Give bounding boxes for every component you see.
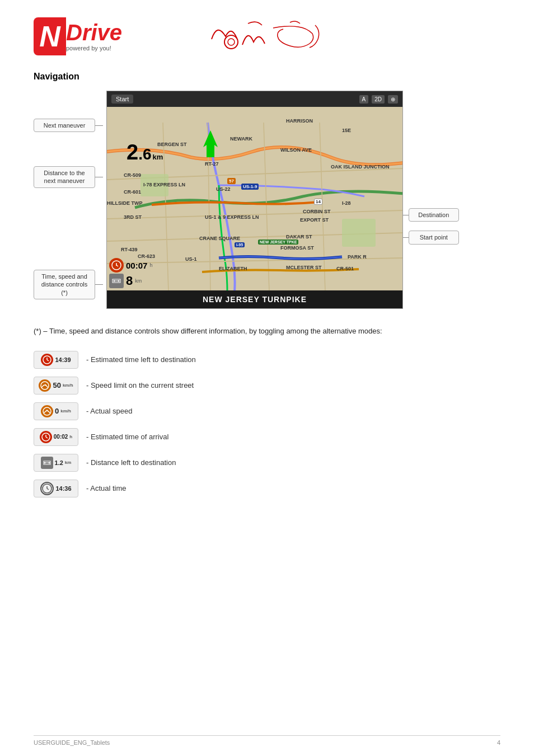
- start-point-annotation-row: Start point: [403, 231, 459, 244]
- label-us1: US-1: [185, 256, 197, 262]
- legend-desc-5: - Actual time: [86, 484, 127, 492]
- dist-control[interactable]: 8 km: [109, 274, 152, 288]
- distance-svg: [111, 276, 121, 286]
- svg-line-24: [47, 360, 49, 361]
- map-bookmark-icon[interactable]: A: [359, 95, 369, 104]
- shield-i95: I-95: [235, 242, 245, 247]
- shield-57: 57: [227, 178, 236, 184]
- svg-point-1: [228, 39, 235, 45]
- decorative-signature-svg: [200, 17, 324, 56]
- legend-item-actual-speed: 0 km/h - Actual speed: [34, 402, 500, 420]
- legend-actual-speed-unit: km/h: [60, 408, 71, 414]
- description-text: (*) – Time, speed and distance controls …: [34, 326, 500, 337]
- distance-decimal: .6: [138, 145, 151, 163]
- speed-icon-orange: [39, 379, 51, 392]
- connector-line-3: [95, 284, 103, 285]
- shield-us19: US-1-9: [241, 184, 259, 190]
- distance-number: 2: [127, 140, 138, 165]
- distance-maneuver-annotation: Distance to the next maneuver: [34, 166, 103, 188]
- svg-rect-12: [342, 219, 376, 247]
- right-annotations: Destination Start point: [403, 91, 459, 245]
- section-title: Navigation: [34, 72, 500, 82]
- clock-svg: [111, 260, 121, 270]
- label-rt439: RT-439: [121, 247, 138, 252]
- label-rt27: RT-27: [205, 161, 219, 167]
- label-mclester: MCLESTER ST: [286, 265, 322, 270]
- footer-guide-label: USERGUIDE_ENG_Tablets: [34, 739, 110, 746]
- label-dakar: DAKAR ST: [286, 234, 312, 240]
- legend-icon-est-arrival: 00:02 h: [34, 428, 78, 446]
- legend-desc-2: - Actual speed: [86, 407, 132, 415]
- label-15e: 15E: [342, 128, 351, 133]
- legend-arrival-text: 00:02: [54, 434, 68, 440]
- legend-icon-speed: 50 km/h: [34, 377, 78, 395]
- label-elizabeth: ELIZABETH: [219, 266, 247, 271]
- actual-speed-icon: [41, 405, 53, 417]
- svg-line-38: [47, 489, 49, 490]
- actual-time-icon: [40, 482, 54, 495]
- legend-dist-text: 1.2: [55, 459, 63, 466]
- map-start-button[interactable]: Start: [111, 95, 133, 104]
- time-speed-box: Time, speed and distance controls (*): [34, 270, 95, 299]
- map-area[interactable]: Start A 2D ⊕: [106, 91, 403, 309]
- connector-line-2: [95, 177, 103, 177]
- time-value: 00:07: [126, 261, 147, 270]
- label-us19-exp: US-1 & 9 EXPRESS LN: [205, 214, 259, 220]
- svg-point-17: [116, 265, 117, 266]
- svg-point-0: [224, 35, 238, 49]
- dist-unit: km: [135, 278, 142, 284]
- label-crane-sq: CRANE SQUARE: [199, 236, 240, 241]
- clock-icon-red: [41, 354, 53, 366]
- start-point-box: Start point: [409, 231, 459, 244]
- navigation-section: Next maneuver Distance to the next maneu…: [34, 91, 500, 309]
- svg-point-20: [114, 280, 115, 282]
- legend-desc-0: - Estimated time left to destination: [86, 355, 196, 364]
- destination-annotation-row: Destination: [403, 208, 459, 222]
- svg-point-34: [44, 462, 45, 463]
- time-control[interactable]: 00:07 h: [109, 258, 152, 273]
- map-topbar-right: A 2D ⊕: [359, 95, 398, 104]
- svg-line-31: [46, 437, 48, 438]
- legend-icon-dist-left: 1.2 km: [34, 454, 78, 472]
- page: N Drive powered by you! Navigation: [0, 0, 534, 756]
- map-bottom-banner: NEW JERSEY TURNPIKE: [107, 290, 402, 308]
- right-line-1: [403, 215, 409, 215]
- label-wilson-ave: WILSON AVE: [280, 147, 312, 153]
- footer: USERGUIDE_ENG_Tablets 4: [34, 735, 500, 746]
- logo: N Drive powered by you!: [34, 17, 122, 55]
- connector-line-1: [95, 125, 103, 126]
- map-2d-button[interactable]: 2D: [372, 95, 385, 104]
- legend-item-actual-time: 14:36 - Actual time: [34, 480, 500, 497]
- legend-speed-text: 50: [53, 381, 60, 389]
- legend-item-dist-left: 1.2 km - Distance left to destination: [34, 454, 500, 472]
- distance-maneuver-box: Distance to the next maneuver: [34, 166, 95, 188]
- logo-drive-block: Drive powered by you!: [66, 21, 122, 51]
- shield-14: 14: [314, 199, 322, 205]
- label-formosa: FORMOSA ST: [280, 245, 314, 251]
- time-unit: h: [149, 262, 152, 268]
- dist-left-icon: [41, 457, 53, 469]
- legend-arrival-unit: h: [69, 434, 72, 439]
- shield-njtpke: NEW JERSEY TPKE: [258, 240, 298, 245]
- map-compass-button[interactable]: ⊕: [388, 95, 398, 104]
- label-export: EXPORT ST: [300, 217, 329, 223]
- distance-display: 2 .6 km: [127, 140, 163, 165]
- arrival-clock-icon: [40, 431, 52, 443]
- label-harrison: HARRISON: [286, 118, 313, 124]
- map-topbar: Start A 2D ⊕: [107, 91, 402, 107]
- time-speed-annotation: Time, speed and distance controls (*): [34, 270, 103, 299]
- legend-item-est-time: 14:39 - Estimated time left to destinati…: [34, 351, 500, 369]
- destination-box: Destination: [409, 208, 459, 222]
- label-park-r: PARK R: [348, 254, 367, 260]
- legend-actual-speed-text: 0: [55, 407, 59, 415]
- legend-icon-actual-speed: 0 km/h: [34, 402, 78, 420]
- label-oak-island: OAK ISLAND JUNCTION: [331, 164, 390, 170]
- header: N Drive powered by you!: [34, 17, 500, 56]
- logo-tagline: powered by you!: [66, 45, 122, 51]
- label-cr601: CR-601: [124, 189, 141, 195]
- legend-desc-3: - Estimated time of arrival: [86, 433, 168, 441]
- dist-value: 8: [126, 274, 133, 288]
- label-newark: NEWARK: [230, 136, 252, 142]
- decorative-logo: [200, 17, 324, 56]
- bottom-controls: 00:07 h 8 km: [109, 258, 152, 288]
